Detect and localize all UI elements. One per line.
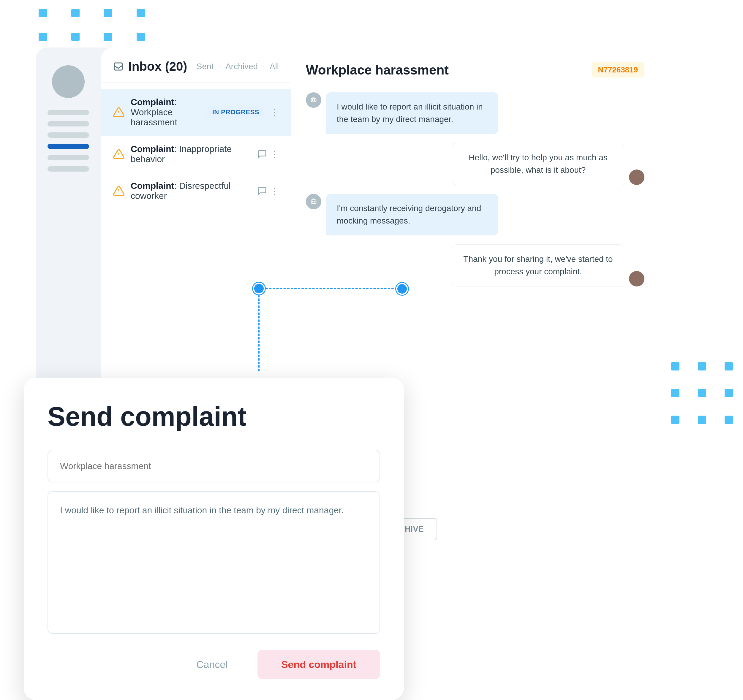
more-menu-3[interactable]: ⋮ (271, 186, 279, 196)
complaint-text-2: Complaint: Inappropriate behavior (131, 144, 252, 164)
sent-link[interactable]: Sent (197, 62, 214, 71)
inbox-icon (113, 61, 124, 72)
complaint-text-3: Complaint: Disrespectful coworker (131, 181, 252, 201)
complaint-subject-1: Workplace harassment (131, 107, 177, 127)
complaint-label-2: Complaint (131, 144, 174, 154)
warning-icon-2 (113, 148, 125, 160)
ticket-badge: N77263819 (592, 62, 644, 77)
sidebar-line-2 (47, 121, 89, 127)
decorative-dot (725, 416, 733, 424)
inbox-title: Inbox (20) (128, 59, 187, 74)
message-row-4: Thank you for sharing it, we've started … (306, 244, 644, 286)
colon-1: : (174, 97, 177, 107)
robot-icon-2 (309, 198, 318, 206)
send-complaint-button[interactable]: Send complaint (258, 650, 380, 679)
modal-title: Send complaint (47, 401, 380, 432)
svg-point-9 (314, 99, 315, 100)
decorative-dot (71, 32, 80, 41)
complaint-description-textarea[interactable]: I would like to report an illicit situat… (47, 491, 380, 634)
agent-avatar-1 (629, 170, 644, 185)
colon-3: : (174, 181, 179, 191)
decorative-dot (136, 9, 145, 17)
bot-icon-1 (306, 92, 321, 108)
complaint-item-2[interactable]: Complaint: Inappropriate behavior ⋮ (101, 136, 291, 173)
complaint-actions-2: ⋮ (258, 149, 279, 159)
status-badge-1: IN PROGRESS (207, 106, 265, 118)
avatar (52, 65, 84, 98)
message-row-2: Hello, we'll try to help you as much as … (306, 143, 644, 185)
warning-icon-3 (113, 185, 125, 197)
svg-point-12 (314, 201, 315, 202)
more-menu-1[interactable]: ⋮ (271, 108, 279, 117)
sidebar-line-6 (47, 166, 89, 171)
decorative-dot (104, 32, 112, 41)
send-complaint-modal: Send complaint I would like to report an… (24, 378, 404, 700)
sidebar-line-3 (47, 132, 89, 138)
decorative-dot (38, 32, 47, 41)
complaint-text-1: Complaint: Workplace harassment (131, 97, 201, 127)
inbox-header: Inbox (20) Sent · Archived · All (101, 59, 291, 83)
decorative-dot (725, 389, 733, 397)
decorative-dot (38, 9, 47, 17)
separator-1: · (218, 62, 221, 71)
bubble-agent-4: Thank you for sharing it, we've started … (452, 244, 624, 286)
separator-2: · (262, 62, 265, 71)
decorative-dot (136, 32, 145, 41)
decorative-dot (698, 389, 706, 397)
bot-icon-2 (306, 194, 321, 209)
complaint-actions-3: ⋮ (258, 186, 279, 196)
decorative-dot (671, 362, 679, 371)
decorative-dot (698, 362, 706, 371)
archived-link[interactable]: Archived (225, 62, 258, 71)
chat-icon-3 (258, 186, 267, 196)
all-link[interactable]: All (269, 62, 279, 71)
message-row-1: I would like to report an illicit situat… (306, 92, 644, 134)
complaint-label-1: Complaint (131, 97, 174, 107)
svg-point-8 (312, 99, 313, 100)
decorative-dot (725, 362, 733, 371)
decorative-dot (71, 9, 80, 17)
decorative-dot (698, 416, 706, 424)
warning-icon-1 (113, 106, 125, 118)
message-row-3: I'm constantly receiving derogatory and … (306, 194, 644, 235)
complaint-subject-input[interactable] (47, 450, 380, 482)
colon-2: : (174, 144, 179, 154)
sidebar-nav (47, 110, 89, 171)
decorative-dot (671, 416, 679, 424)
chat-title: Workplace harassment (306, 63, 449, 77)
complaint-item-3[interactable]: Complaint: Disrespectful coworker ⋮ (101, 173, 291, 209)
sidebar-line-5 (47, 155, 89, 160)
modal-footer: Cancel Send complaint (47, 650, 380, 679)
svg-point-11 (312, 201, 313, 202)
chat-header: Workplace harassment N77263819 (306, 62, 644, 77)
more-menu-2[interactable]: ⋮ (271, 149, 279, 159)
bubble-agent-2: Hello, we'll try to help you as much as … (452, 143, 624, 185)
inbox-title-area: Inbox (20) (113, 59, 187, 74)
cancel-button[interactable]: Cancel (179, 650, 246, 679)
complaint-label-3: Complaint (131, 181, 174, 191)
chat-icon-2 (258, 149, 267, 159)
bubble-user-1: I would like to report an illicit situat… (326, 92, 498, 134)
agent-avatar-2 (629, 271, 644, 286)
sidebar-line-active[interactable] (47, 144, 89, 149)
robot-icon (309, 96, 318, 104)
complaint-item-1[interactable]: Complaint: Workplace harassment IN PROGR… (101, 89, 291, 136)
bubble-user-3: I'm constantly receiving derogatory and … (326, 194, 498, 235)
sidebar-line-1 (47, 110, 89, 115)
complaint-list: Complaint: Workplace harassment IN PROGR… (101, 83, 291, 215)
decorative-dot (671, 389, 679, 397)
decorative-dot (104, 9, 112, 17)
inbox-links: Sent · Archived · All (197, 62, 279, 71)
